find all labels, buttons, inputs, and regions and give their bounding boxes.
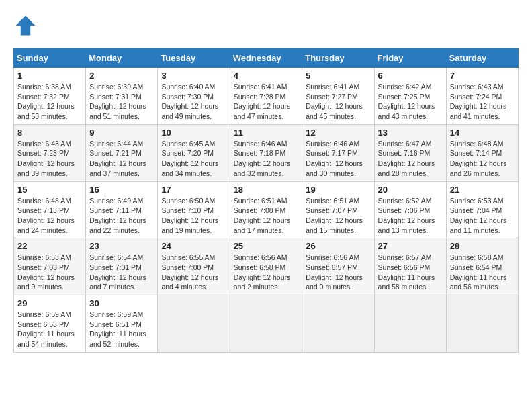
day-info: Sunrise: 6:53 AMSunset: 7:04 PMDaylight:…	[450, 197, 507, 234]
day-number: 1	[17, 71, 82, 81]
day-info: Sunrise: 6:43 AMSunset: 7:24 PMDaylight:…	[450, 83, 507, 120]
calendar-cell: 14 Sunrise: 6:48 AMSunset: 7:14 PMDaylig…	[446, 124, 518, 181]
calendar-cell	[230, 295, 302, 353]
day-number: 10	[161, 128, 226, 138]
day-number: 22	[17, 241, 82, 251]
calendar-cell: 18 Sunrise: 6:51 AMSunset: 7:08 PMDaylig…	[230, 181, 302, 238]
day-info: Sunrise: 6:38 AMSunset: 7:32 PMDaylight:…	[17, 83, 75, 120]
weekday-header-saturday: Saturday	[446, 49, 518, 68]
calendar-cell: 5 Sunrise: 6:41 AMSunset: 7:27 PMDayligh…	[302, 68, 374, 125]
calendar-cell: 19 Sunrise: 6:51 AMSunset: 7:07 PMDaylig…	[302, 181, 374, 238]
day-info: Sunrise: 6:46 AMSunset: 7:17 PMDaylight:…	[306, 140, 363, 177]
day-number: 9	[89, 128, 154, 138]
calendar-cell: 25 Sunrise: 6:56 AMSunset: 6:58 PMDaylig…	[230, 238, 302, 295]
calendar-cell: 7 Sunrise: 6:43 AMSunset: 7:24 PMDayligh…	[446, 68, 518, 125]
weekday-header-sunday: Sunday	[14, 49, 86, 68]
day-number: 16	[89, 185, 154, 195]
calendar-cell: 11 Sunrise: 6:46 AMSunset: 7:18 PMDaylig…	[230, 124, 302, 181]
calendar-cell: 10 Sunrise: 6:45 AMSunset: 7:20 PMDaylig…	[158, 124, 230, 181]
calendar-table: SundayMondayTuesdayWednesdayThursdayFrid…	[13, 48, 519, 353]
calendar-cell: 16 Sunrise: 6:49 AMSunset: 7:11 PMDaylig…	[86, 181, 158, 238]
weekday-header-wednesday: Wednesday	[230, 49, 302, 68]
calendar-week-3: 15 Sunrise: 6:48 AMSunset: 7:13 PMDaylig…	[14, 181, 519, 238]
day-number: 30	[89, 298, 154, 308]
calendar-cell: 29 Sunrise: 6:59 AMSunset: 6:53 PMDaylig…	[14, 295, 86, 353]
day-info: Sunrise: 6:46 AMSunset: 7:18 PMDaylight:…	[234, 140, 291, 177]
svg-marker-0	[16, 16, 36, 36]
day-info: Sunrise: 6:57 AMSunset: 6:56 PMDaylight:…	[378, 253, 435, 291]
day-info: Sunrise: 6:44 AMSunset: 7:21 PMDaylight:…	[89, 140, 146, 177]
calendar-cell: 2 Sunrise: 6:39 AMSunset: 7:31 PMDayligh…	[86, 68, 158, 125]
calendar-cell: 3 Sunrise: 6:40 AMSunset: 7:30 PMDayligh…	[158, 68, 230, 125]
day-number: 15	[17, 185, 82, 195]
day-info: Sunrise: 6:41 AMSunset: 7:28 PMDaylight:…	[234, 83, 291, 120]
calendar-week-1: 1 Sunrise: 6:38 AMSunset: 7:32 PMDayligh…	[14, 68, 519, 125]
day-info: Sunrise: 6:52 AMSunset: 7:06 PMDaylight:…	[378, 197, 435, 234]
calendar-cell: 12 Sunrise: 6:46 AMSunset: 7:17 PMDaylig…	[302, 124, 374, 181]
day-number: 21	[450, 185, 515, 195]
day-number: 23	[89, 241, 154, 251]
calendar-cell: 27 Sunrise: 6:57 AMSunset: 6:56 PMDaylig…	[374, 238, 446, 295]
day-info: Sunrise: 6:45 AMSunset: 7:20 PMDaylight:…	[161, 140, 218, 177]
day-number: 26	[306, 241, 370, 251]
calendar-cell	[446, 295, 518, 353]
weekday-header-friday: Friday	[374, 49, 446, 68]
day-number: 19	[306, 185, 370, 195]
day-info: Sunrise: 6:54 AMSunset: 7:01 PMDaylight:…	[89, 253, 146, 291]
calendar-cell	[302, 295, 374, 353]
day-info: Sunrise: 6:59 AMSunset: 6:53 PMDaylight:…	[17, 310, 75, 348]
day-number: 12	[306, 128, 370, 138]
calendar-cell: 28 Sunrise: 6:58 AMSunset: 6:54 PMDaylig…	[446, 238, 518, 295]
day-number: 25	[234, 241, 299, 251]
day-info: Sunrise: 6:58 AMSunset: 6:54 PMDaylight:…	[450, 253, 507, 291]
calendar-cell: 1 Sunrise: 6:38 AMSunset: 7:32 PMDayligh…	[14, 68, 86, 125]
day-info: Sunrise: 6:43 AMSunset: 7:23 PMDaylight:…	[17, 140, 75, 177]
day-number: 7	[450, 71, 515, 81]
calendar-cell: 21 Sunrise: 6:53 AMSunset: 7:04 PMDaylig…	[446, 181, 518, 238]
calendar-cell: 15 Sunrise: 6:48 AMSunset: 7:13 PMDaylig…	[14, 181, 86, 238]
day-number: 27	[378, 241, 443, 251]
day-info: Sunrise: 6:56 AMSunset: 6:57 PMDaylight:…	[306, 253, 363, 291]
day-info: Sunrise: 6:51 AMSunset: 7:07 PMDaylight:…	[306, 197, 363, 234]
day-number: 8	[17, 128, 82, 138]
day-info: Sunrise: 6:55 AMSunset: 7:00 PMDaylight:…	[161, 253, 218, 291]
day-info: Sunrise: 6:39 AMSunset: 7:31 PMDaylight:…	[89, 83, 146, 120]
weekday-header-thursday: Thursday	[302, 49, 374, 68]
calendar-cell: 4 Sunrise: 6:41 AMSunset: 7:28 PMDayligh…	[230, 68, 302, 125]
day-number: 14	[450, 128, 515, 138]
day-number: 17	[161, 185, 226, 195]
day-number: 24	[161, 241, 226, 251]
day-number: 20	[378, 185, 443, 195]
day-info: Sunrise: 6:59 AMSunset: 6:51 PMDaylight:…	[89, 310, 146, 348]
day-info: Sunrise: 6:47 AMSunset: 7:16 PMDaylight:…	[378, 140, 435, 177]
calendar-cell: 13 Sunrise: 6:47 AMSunset: 7:16 PMDaylig…	[374, 124, 446, 181]
calendar-week-5: 29 Sunrise: 6:59 AMSunset: 6:53 PMDaylig…	[14, 295, 519, 353]
day-info: Sunrise: 6:56 AMSunset: 6:58 PMDaylight:…	[234, 253, 291, 291]
calendar-cell: 23 Sunrise: 6:54 AMSunset: 7:01 PMDaylig…	[86, 238, 158, 295]
calendar-cell	[374, 295, 446, 353]
calendar-week-4: 22 Sunrise: 6:53 AMSunset: 7:03 PMDaylig…	[14, 238, 519, 295]
day-info: Sunrise: 6:53 AMSunset: 7:03 PMDaylight:…	[17, 253, 75, 291]
weekday-header-row: SundayMondayTuesdayWednesdayThursdayFrid…	[14, 49, 519, 68]
calendar-week-2: 8 Sunrise: 6:43 AMSunset: 7:23 PMDayligh…	[14, 124, 519, 181]
calendar-cell: 20 Sunrise: 6:52 AMSunset: 7:06 PMDaylig…	[374, 181, 446, 238]
day-number: 6	[378, 71, 443, 81]
day-number: 3	[161, 71, 226, 81]
day-info: Sunrise: 6:50 AMSunset: 7:10 PMDaylight:…	[161, 197, 218, 234]
calendar-cell: 8 Sunrise: 6:43 AMSunset: 7:23 PMDayligh…	[14, 124, 86, 181]
day-number: 2	[89, 71, 154, 81]
logo-icon	[13, 13, 38, 38]
page-header	[13, 13, 519, 38]
calendar-cell: 9 Sunrise: 6:44 AMSunset: 7:21 PMDayligh…	[86, 124, 158, 181]
day-info: Sunrise: 6:49 AMSunset: 7:11 PMDaylight:…	[89, 197, 146, 234]
calendar-cell: 26 Sunrise: 6:56 AMSunset: 6:57 PMDaylig…	[302, 238, 374, 295]
calendar-cell	[158, 295, 230, 353]
day-info: Sunrise: 6:51 AMSunset: 7:08 PMDaylight:…	[234, 197, 291, 234]
day-number: 5	[306, 71, 370, 81]
weekday-header-tuesday: Tuesday	[158, 49, 230, 68]
calendar-cell: 6 Sunrise: 6:42 AMSunset: 7:25 PMDayligh…	[374, 68, 446, 125]
day-number: 29	[17, 298, 82, 308]
day-number: 28	[450, 241, 515, 251]
weekday-header-monday: Monday	[86, 49, 158, 68]
day-number: 13	[378, 128, 443, 138]
